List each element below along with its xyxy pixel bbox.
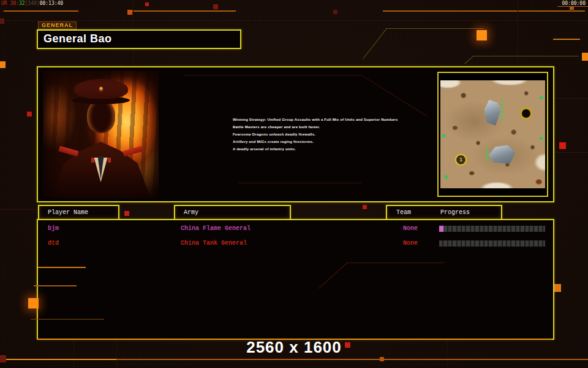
load-progress-fill xyxy=(439,226,443,232)
info-panel: Winning Strategy: Unified Group Assaults… xyxy=(37,66,554,202)
deco-square xyxy=(27,112,32,117)
strategy-line: Battle Masters are cheaper and are built… xyxy=(233,125,429,129)
debug-fps-value: 32 xyxy=(19,1,25,6)
strategy-text: Winning Strategy: Unified Group Assaults… xyxy=(233,118,429,155)
debug-readout: UR 30:32[340]00:13:40 xyxy=(1,1,63,6)
minimap-terrain: 1 xyxy=(440,80,545,188)
minimap-letterbox xyxy=(440,188,545,196)
start-position-marker xyxy=(520,107,532,120)
strategy-line: Artillery and MiGs create raging firesto… xyxy=(233,140,429,144)
start-position-1: 1 xyxy=(455,154,467,166)
deco-square xyxy=(333,10,337,14)
general-title-box: General Bao xyxy=(37,29,241,49)
resolution-text: 2560 x 1600 xyxy=(0,338,588,357)
deco-line xyxy=(553,98,588,99)
fire-background xyxy=(43,71,159,198)
deco-square xyxy=(124,211,129,216)
player-name: bjm xyxy=(48,225,59,232)
general-tag: GENERAL xyxy=(38,21,77,29)
deco-line xyxy=(383,10,585,12)
deco-line xyxy=(553,152,588,153)
deco-line xyxy=(31,319,104,320)
deco-line xyxy=(184,75,361,75)
loading-screen: UR 30:32[340]00:13:40 00:00:00 GENERAL G… xyxy=(0,0,588,368)
deco-line xyxy=(37,339,552,340)
cap-crown xyxy=(74,79,128,99)
tie xyxy=(98,156,104,180)
player-army: China Tank General xyxy=(181,240,247,247)
general-portrait xyxy=(43,71,159,198)
deco-line xyxy=(0,209,37,210)
cap-badge xyxy=(99,86,103,92)
strategy-line: A deadly arsenal of infantry units. xyxy=(233,147,429,151)
deco-line xyxy=(0,359,116,360)
deco-line xyxy=(127,10,236,12)
deco-line xyxy=(386,28,484,29)
map-marker xyxy=(442,134,445,137)
deco-square xyxy=(127,10,132,15)
deco-square xyxy=(145,2,149,6)
cap-brim xyxy=(72,96,130,104)
uniform-silhouette xyxy=(51,142,151,198)
deco-square xyxy=(363,205,367,209)
deco-line xyxy=(464,56,473,64)
cliff-feature xyxy=(484,100,500,126)
deco-square xyxy=(477,30,487,40)
deco-square xyxy=(380,357,384,361)
header-player-name-label: Player Name xyxy=(48,209,88,216)
deco-line xyxy=(4,10,78,12)
strategy-line: Fearsome Dragons unleash deadly firewall… xyxy=(233,132,429,136)
face-silhouette xyxy=(87,100,115,133)
deco-square xyxy=(0,61,6,68)
load-progress-bar xyxy=(439,240,545,247)
epaulette-right xyxy=(123,146,143,156)
header-team-label: Team xyxy=(396,209,411,216)
deco-line xyxy=(553,39,580,40)
deco-square xyxy=(582,53,588,61)
deco-square xyxy=(213,4,218,9)
deco-line xyxy=(34,285,77,286)
match-timer: 00:00:00 xyxy=(562,1,586,6)
general-name: General Bao xyxy=(43,33,240,45)
cliff-feature xyxy=(489,145,516,164)
shirt xyxy=(94,158,108,182)
deco-line xyxy=(239,183,361,183)
map-marker xyxy=(540,137,543,140)
deco-line xyxy=(346,263,444,263)
deco-line xyxy=(473,56,579,56)
deco-square xyxy=(0,18,4,24)
map-marker-column xyxy=(486,147,488,163)
deco-line xyxy=(363,28,387,59)
player-team: None xyxy=(403,225,418,232)
collar-tab xyxy=(91,158,94,163)
minimap: 1 xyxy=(437,72,548,197)
header-progress-label: Progress xyxy=(440,209,470,216)
deco-square xyxy=(28,298,39,309)
header-army-label: Army xyxy=(184,209,198,216)
map-marker-column xyxy=(501,100,503,121)
deco-line xyxy=(0,20,588,21)
deco-line xyxy=(38,267,86,268)
player-army: China Flame General xyxy=(181,225,251,232)
epaulette-left xyxy=(58,146,78,156)
strategy-line: Winning Strategy: Unified Group Assaults… xyxy=(233,118,429,121)
deco-square xyxy=(559,142,566,149)
collar-tab xyxy=(108,158,111,163)
player-name: dtd xyxy=(48,240,59,247)
map-marker xyxy=(445,175,448,178)
deco-square xyxy=(570,7,574,10)
debug-fps-label: UR 30: xyxy=(1,1,19,6)
debug-bracket: [340] xyxy=(25,1,40,6)
debug-time: 00:13:40 xyxy=(40,1,64,6)
minimap-letterbox xyxy=(440,73,545,80)
load-progress-bar xyxy=(439,226,545,232)
player-team: None xyxy=(403,240,418,247)
player-list-panel xyxy=(37,219,554,340)
map-marker xyxy=(540,96,543,99)
